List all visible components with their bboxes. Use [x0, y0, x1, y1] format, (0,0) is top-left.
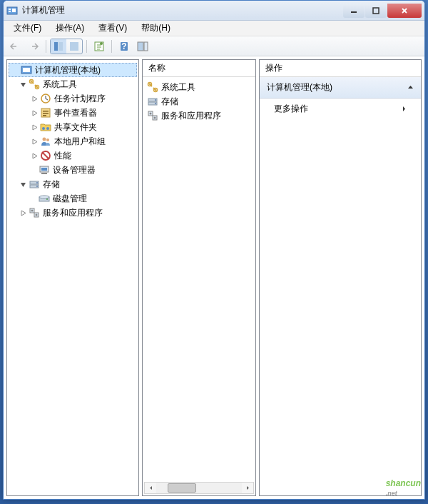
svg-point-25 — [46, 127, 49, 130]
expand-icon[interactable] — [30, 137, 39, 146]
svg-point-35 — [36, 186, 38, 187]
tools-icon — [147, 81, 158, 93]
tree-label: 存储 — [43, 178, 60, 191]
minimize-button[interactable] — [343, 4, 365, 18]
expand-icon[interactable] — [30, 94, 39, 103]
content-area: 计算机管理(本地) 系统工具 任务计划程序 事件查看器 — [4, 56, 424, 499]
action-section[interactable]: 计算机管理(本地) — [260, 77, 421, 99]
maximize-button[interactable] — [365, 4, 387, 18]
svg-text:?: ? — [121, 41, 126, 51]
tree-label: 服务和应用程序 — [43, 207, 103, 219]
tree-performance[interactable]: 性能 — [9, 148, 137, 163]
expand-icon[interactable] — [30, 151, 39, 160]
svg-rect-14 — [144, 42, 148, 51]
expand-icon[interactable] — [19, 208, 27, 217]
svg-point-42 — [36, 214, 38, 216]
tree-label: 本地用户和组 — [54, 136, 106, 148]
scroll-left-icon[interactable] — [145, 483, 156, 493]
help-button[interactable]: ? — [116, 39, 133, 54]
svg-point-48 — [155, 103, 156, 104]
svg-point-52 — [154, 117, 156, 119]
window-title: 计算机管理 — [22, 4, 343, 16]
svg-point-27 — [46, 138, 49, 141]
menubar: 文件(F) 操作(A) 查看(V) 帮助(H) — [4, 21, 424, 36]
collapse-icon[interactable] — [19, 180, 27, 188]
svg-rect-21 — [43, 111, 49, 112]
expander-icon[interactable] — [11, 66, 19, 74]
performance-icon — [40, 150, 51, 161]
expand-icon[interactable] — [30, 123, 39, 131]
menu-file[interactable]: 文件(F) — [6, 21, 49, 36]
tree-label: 设备管理器 — [53, 164, 96, 176]
nav-forward-button[interactable] — [25, 39, 42, 54]
svg-rect-16 — [23, 68, 30, 72]
chevron-right-icon — [402, 106, 407, 112]
actions-header: 操作 — [260, 60, 421, 77]
svg-rect-4 — [351, 11, 357, 13]
svg-rect-6 — [54, 42, 58, 51]
titlebar[interactable]: 计算机管理 — [4, 1, 424, 21]
tree-event-viewer[interactable]: 事件查看器 — [9, 106, 137, 120]
svg-rect-2 — [9, 11, 11, 12]
tree-services-apps[interactable]: 服务和应用程序 — [9, 206, 137, 220]
svg-point-24 — [42, 127, 45, 130]
svg-rect-22 — [43, 113, 49, 114]
list-item[interactable]: 系统工具 — [146, 80, 253, 94]
close-button[interactable] — [387, 4, 422, 18]
collapse-icon[interactable] — [19, 80, 27, 89]
tree-root[interactable]: 计算机管理(本地) — [9, 63, 137, 77]
shared-folder-icon — [40, 121, 51, 133]
svg-point-37 — [39, 196, 49, 198]
storage-icon — [147, 96, 158, 107]
svg-point-26 — [43, 138, 46, 141]
svg-rect-1 — [9, 9, 11, 10]
computer-mgmt-icon — [21, 64, 32, 76]
horizontal-scrollbar[interactable] — [144, 482, 254, 494]
menu-view[interactable]: 查看(V) — [91, 21, 134, 36]
scroll-thumb[interactable] — [168, 483, 196, 493]
list-item[interactable]: 存储 — [146, 94, 253, 109]
show-tree-button[interactable] — [51, 39, 66, 54]
menu-help[interactable]: 帮助(H) — [134, 21, 178, 36]
main-window: 计算机管理 文件(F) 操作(A) 查看(V) 帮助(H) ? — [3, 0, 425, 500]
expand-icon[interactable] — [30, 109, 39, 117]
event-viewer-icon — [40, 107, 51, 119]
svg-point-51 — [150, 113, 152, 115]
disk-mgmt-icon — [39, 193, 50, 204]
toolbar-separator — [46, 40, 46, 53]
properties-button[interactable] — [91, 39, 108, 54]
list-item[interactable]: 服务和应用程序 — [146, 109, 253, 123]
action-more[interactable]: 更多操作 — [260, 99, 421, 119]
svg-rect-7 — [58, 42, 63, 51]
services-icon — [147, 110, 158, 121]
tree-task-scheduler[interactable]: 任务计划程序 — [9, 91, 137, 106]
tree-storage[interactable]: 存储 — [9, 177, 137, 191]
tree-label: 计算机管理(本地) — [35, 64, 101, 76]
tree-shared-folders[interactable]: 共享文件夹 — [9, 120, 137, 134]
nav-back-button[interactable] — [6, 39, 24, 54]
scroll-right-icon[interactable] — [242, 483, 253, 493]
collapse-up-icon — [407, 84, 414, 91]
actions-content: 计算机管理(本地) 更多操作 — [260, 77, 421, 495]
tree-label: 任务计划程序 — [54, 93, 106, 105]
list-header[interactable]: 名称 — [143, 60, 255, 77]
tree-device-manager[interactable]: 设备管理器 — [9, 163, 137, 177]
menu-action[interactable]: 操作(A) — [49, 21, 91, 36]
list-label: 服务和应用程序 — [161, 110, 221, 122]
list-label: 存储 — [161, 96, 178, 108]
tree-disk-management[interactable]: 磁盘管理 — [9, 191, 137, 206]
show-actions-button[interactable] — [134, 39, 151, 54]
svg-point-41 — [31, 210, 34, 212]
view-toggle-group — [50, 39, 83, 54]
toolbar-separator — [111, 40, 112, 53]
toolbar-separator — [86, 40, 87, 53]
tree-system-tools[interactable]: 系统工具 — [9, 77, 137, 91]
svg-rect-13 — [138, 42, 143, 51]
toolbar: ? — [4, 36, 424, 56]
show-list-button[interactable] — [66, 39, 82, 54]
svg-point-47 — [155, 99, 156, 101]
action-label: 更多操作 — [274, 103, 308, 115]
tree-local-users[interactable]: 本地用户和组 — [9, 134, 137, 148]
services-icon — [29, 207, 40, 218]
tree-label: 事件查看器 — [54, 107, 97, 119]
